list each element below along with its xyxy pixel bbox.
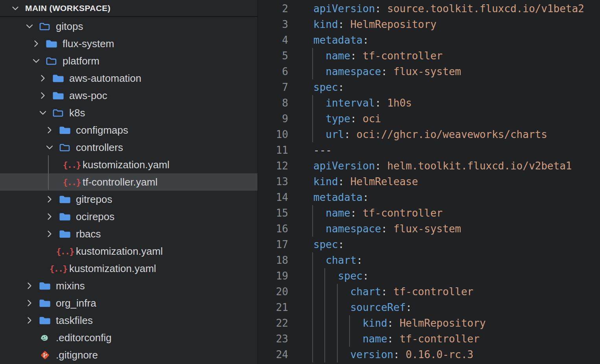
tree-item-configmaps[interactable]: configmaps [0,121,258,139]
code-line[interactable]: 23name: tf-controller [258,331,600,347]
code-line[interactable]: 13kind: HelmRelease [258,174,600,189]
code-line[interactable]: 22kind: HelmRepository [258,315,600,331]
code-editor[interactable]: 2apiVersion: source.toolkit.fluxcd.io/v1… [258,0,600,364]
chevron-right-icon[interactable] [44,211,55,222]
chevron-right-icon[interactable] [24,314,35,326]
chevron-down-icon[interactable] [37,107,49,119]
tree-item-org-infra[interactable]: org_infra [0,294,258,312]
indent-guide [324,315,325,331]
workspace-section-header[interactable]: MAIN (WORKSPACE) [0,0,258,17]
chevron-right-icon[interactable] [44,124,55,136]
token-punct: : [375,3,381,15]
tree-item-label: kustomization.yaml [69,263,156,275]
code-line[interactable]: 19spec: [258,268,600,284]
line-number: 17 [258,237,288,252]
token-punct: : [350,207,357,219]
tree-item-mixins[interactable]: mixins [0,277,258,294]
gitignore-icon [39,349,51,361]
token-str: source.toolkit.fluxcd.io/v1beta2 [381,3,584,15]
line-number: 21 [258,300,288,315]
tree-item-gitignore[interactable]: .gitignore [0,346,258,364]
code-line[interactable]: 11--- [258,142,600,158]
indent-guide [312,315,313,331]
code-line-content: version: 0.16.0-rc.3 [288,347,600,362]
code-line[interactable]: 4metadata: [258,32,600,48]
code-line-content: name: tf-controller [288,205,600,221]
code-line[interactable]: 24version: 0.16.0-rc.3 [258,347,600,362]
editorconfig-icon [39,332,51,344]
tree-item-tf-controller-yaml[interactable]: {..}tf-controller.yaml [0,173,258,191]
token-str: HelmRepository [394,317,486,329]
chevron-right-icon[interactable] [30,38,42,50]
tree-item-taskfiles[interactable]: taskfiles [0,312,258,329]
tree-item-gitops[interactable]: gitops [0,18,258,35]
code-line[interactable]: 12apiVersion: helm.toolkit.fluxcd.io/v2b… [258,158,600,174]
tree-item-platform[interactable]: platform [0,52,258,70]
chevron-down-icon[interactable] [44,142,55,153]
yaml-icon: {..} [59,245,71,257]
token-key: name [326,207,350,219]
token-punct: : [338,81,344,93]
tree-item-editorconfig[interactable]: .editorconfig [0,329,258,346]
token-key: chart [326,254,356,266]
chevron-right-icon[interactable] [37,72,49,84]
tree-item-kustomization-yaml[interactable]: {..}kustomization.yaml [0,156,258,173]
token-punct: : [381,286,387,298]
code-line-content: metadata: [288,32,600,48]
chevron-right-icon[interactable] [24,280,35,292]
code-line[interactable]: 10url: oci://ghcr.io/weaveworks/charts [258,127,600,142]
code-line[interactable]: 5name: tf-controller [258,48,600,64]
tree-item-rbacs[interactable]: rbacs [0,225,258,243]
token-punct: : [338,18,344,30]
code-line[interactable]: 8interval: 1h0s [258,95,600,111]
tree-item-gitrepos[interactable]: gitrepos [0,191,258,208]
token-key: apiVersion [313,3,375,15]
indent-guide [324,300,325,315]
code-line[interactable]: 7spec: [258,79,600,95]
code-line[interactable]: 9type: oci [258,111,600,127]
tree-item-ocirepos[interactable]: ocirepos [0,208,258,225]
code-line-content: chart: [288,252,600,268]
token-key: metadata [313,34,363,46]
indent-guide [324,331,325,347]
tree-item-aws-automation[interactable]: aws-automation [0,70,258,87]
chevron-right-icon[interactable] [37,90,49,101]
indent-guide [324,284,325,300]
code-line[interactable]: 18chart: [258,252,600,268]
tree-item-flux-system[interactable]: flux-system [0,35,258,52]
code-line[interactable]: 15name: tf-controller [258,205,600,221]
code-line[interactable]: 21sourceRef: [258,300,600,315]
code-line[interactable]: 16namespace: flux-system [258,221,600,237]
code-line[interactable]: 6namespace: flux-system [258,64,600,79]
chevron-right-icon[interactable] [24,297,35,309]
tree-item-label: kustomization.yaml [83,159,169,171]
tree-item-k8s[interactable]: k8s [0,104,258,121]
chevron-right-icon[interactable] [44,193,55,205]
chevron-down-icon[interactable] [24,20,35,32]
indent-guide [312,268,313,284]
indent-guide [312,111,313,127]
code-line[interactable]: 2apiVersion: source.toolkit.fluxcd.io/v1… [258,1,600,17]
code-line[interactable]: 3kind: HelmRepository [258,17,600,32]
token-key: chart [350,286,381,298]
indent-guide [312,95,313,111]
token-str: tf-controller [357,50,443,62]
indent-guide [312,205,313,221]
line-number: 6 [258,64,288,79]
chevron-down-icon[interactable] [30,55,42,67]
tree-item-kustomization-yaml[interactable]: {..}kustomization.yaml [0,260,258,277]
token-punct: : [350,50,357,62]
code-line[interactable]: 20chart: tf-controller [258,284,600,300]
token-key: spec [338,270,363,282]
chevron-right-icon[interactable] [44,228,55,240]
tree-item-aws-poc[interactable]: aws-poc [0,87,258,104]
code-line[interactable]: 17spec: [258,237,600,252]
folder-icon [52,72,64,84]
token-punct: : [381,223,387,235]
token-str: HelmRelease [344,176,418,188]
tree-item-controllers[interactable]: controllers [0,139,258,156]
code-line[interactable]: 14metadata: [258,189,600,205]
tree-item-label: mixins [56,280,85,292]
tree-item-kustomization-yaml[interactable]: {..}kustomization.yaml [0,243,258,260]
indent-spacer [24,349,35,361]
